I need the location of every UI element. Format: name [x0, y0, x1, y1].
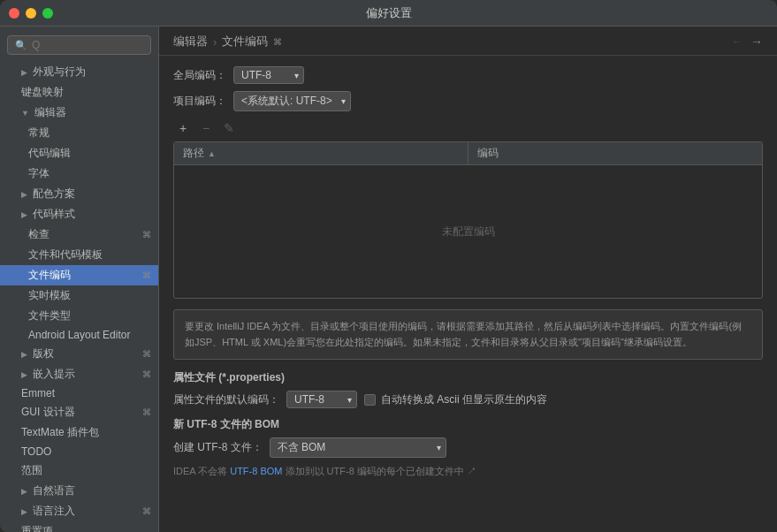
properties-encoding-value: UTF-8 — [294, 393, 324, 406]
sidebar-item-reset[interactable]: 重置项 — [0, 521, 158, 532]
column-path-label: 路径 — [183, 146, 204, 161]
sidebar-item-editor[interactable]: ▼ 编辑器 — [0, 103, 158, 123]
chevron-right-icon: ▶ — [21, 487, 27, 496]
chevron-right-icon: ▶ — [21, 370, 27, 379]
shortcut-badge: ⌘ — [142, 407, 151, 417]
shortcut-badge: ⌘ — [142, 369, 151, 379]
remove-button[interactable]: − — [196, 118, 216, 138]
sidebar-item-label: TODO — [21, 445, 51, 458]
bom-note: IDEA 不会将 UTF-8 BOM 添加到以 UTF-8 编码的每个已创建文件… — [173, 465, 763, 478]
properties-encoding-label: 属性文件的默认编码： — [173, 392, 279, 407]
sidebar-item-label: 实时模板 — [28, 288, 71, 303]
shortcut-badge: ⌘ — [142, 506, 151, 516]
add-button[interactable]: + — [173, 118, 193, 138]
sidebar-item-copyright[interactable]: ▶ 版权 ⌘ — [0, 344, 158, 364]
sidebar-item-general[interactable]: 常规 — [0, 123, 158, 143]
search-icon: 🔍 — [15, 40, 27, 51]
sidebar-item-label: TextMate 插件包 — [21, 425, 99, 440]
minimize-button[interactable] — [26, 8, 36, 19]
chevron-right-icon: ▶ — [21, 190, 27, 199]
sidebar-item-label: 常规 — [28, 125, 50, 141]
sidebar-item-file-type[interactable]: 文件类型 — [0, 306, 158, 326]
sidebar-item-label: 代码编辑 — [28, 146, 71, 161]
search-box[interactable]: 🔍 — [7, 35, 151, 55]
sidebar-item-android-layout[interactable]: Android Layout Editor — [0, 326, 158, 344]
sidebar-item-file-encoding[interactable]: 文件编码 ⌘ — [0, 265, 158, 285]
sidebar-item-label: 自然语言 — [33, 483, 75, 498]
sidebar-item-color-scheme[interactable]: ▶ 配色方案 — [0, 184, 158, 204]
sidebar-item-gui-designer[interactable]: GUI 设计器 ⌘ — [0, 402, 158, 422]
project-encoding-row: 项目编码： <系统默认: UTF-8> — [173, 91, 763, 111]
sidebar-item-code-editing[interactable]: 代码编辑 — [0, 143, 158, 163]
auto-convert-checkbox[interactable] — [364, 394, 376, 406]
breadcrumb: 编辑器 › 文件编码 ⌘ — [173, 34, 282, 49]
sidebar-item-lang-injection[interactable]: ▶ 语言注入 ⌘ — [0, 501, 158, 521]
search-input[interactable] — [32, 39, 143, 51]
project-encoding-dropdown[interactable]: <系统默认: UTF-8> — [233, 91, 351, 111]
sidebar-item-label: 重置项 — [21, 524, 53, 532]
content-body: 全局编码： UTF-8 项目编码： <系统默认: UTF-8> + − ✎ — [159, 56, 777, 532]
sidebar-item-textmate[interactable]: TextMate 插件包 — [0, 422, 158, 443]
content-header: 编辑器 › 文件编码 ⌘ ← → — [159, 27, 777, 56]
global-encoding-value: UTF-8 — [241, 69, 271, 81]
sidebar-item-scope[interactable]: 范围 — [0, 460, 158, 481]
sidebar-item-file-template[interactable]: 文件和代码模板 — [0, 245, 158, 265]
sidebar-item-inlay-hints[interactable]: ▶ 嵌入提示 ⌘ — [0, 364, 158, 384]
nav-arrows: ← → — [731, 34, 763, 49]
sort-icon: ▲ — [208, 149, 216, 158]
sidebar-item-todo[interactable]: TODO — [0, 443, 158, 460]
sidebar-item-label: 外观与行为 — [33, 65, 86, 80]
global-encoding-dropdown[interactable]: UTF-8 — [233, 66, 304, 84]
sidebar-item-code-style[interactable]: ▶ 代码样式 — [0, 204, 158, 224]
sidebar-item-inspections[interactable]: 检查 ⌘ — [0, 224, 158, 245]
sidebar-item-label: 编辑器 — [34, 105, 66, 120]
bom-create-value: 不含 BOM — [278, 440, 326, 455]
sidebar-item-label: 配色方案 — [33, 186, 75, 201]
sidebar-item-label: 嵌入提示 — [33, 367, 75, 382]
properties-encoding-row: 属性文件的默认编码： UTF-8 自动转换成 Ascii 但显示原生的内容 — [173, 391, 763, 408]
bom-section: 新 UTF-8 文件的 BOM 创建 UTF-8 文件： 不含 BOM IDEA… — [173, 417, 763, 478]
sidebar-item-appearance[interactable]: ▶ 外观与行为 — [0, 62, 158, 82]
sidebar-item-label: 文件和代码模板 — [28, 247, 103, 262]
auto-convert-label: 自动转换成 Ascii 但显示原生的内容 — [381, 392, 547, 407]
sidebar-item-live-template[interactable]: 实时模板 — [0, 285, 158, 306]
bom-note-prefix: IDEA 不会将 — [173, 466, 230, 476]
project-encoding-value: <系统默认: UTF-8> — [241, 94, 332, 109]
sidebar: 🔍 ▶ 外观与行为 键盘映射 ▼ 编辑器 常规 代码编辑 字体 ▶ 配色方案 ▶ — [0, 27, 159, 532]
sidebar-item-natural-language[interactable]: ▶ 自然语言 — [0, 481, 158, 501]
bom-title: 新 UTF-8 文件的 BOM — [173, 417, 763, 432]
forward-button[interactable]: → — [750, 34, 763, 49]
chevron-right-icon: ▶ — [21, 350, 27, 359]
shortcut-badge: ⌘ — [142, 230, 151, 239]
back-button[interactable]: ← — [731, 34, 743, 49]
sidebar-item-font[interactable]: 字体 — [0, 163, 158, 184]
table-body-empty: 未配置编码 — [174, 165, 762, 298]
sidebar-item-label: GUI 设计器 — [21, 405, 75, 420]
bom-create-label: 创建 UTF-8 文件： — [173, 440, 263, 455]
info-box: 要更改 IntelliJ IDEA 为文件、目录或整个项目使用的编码，请根据需要… — [173, 309, 763, 360]
empty-message: 未配置编码 — [442, 224, 495, 239]
breadcrumb-separator: › — [213, 35, 217, 49]
sidebar-item-label: Emmet — [21, 387, 55, 399]
maximize-button[interactable] — [42, 8, 53, 19]
bom-create-dropdown[interactable]: 不含 BOM — [270, 437, 446, 458]
chevron-right-icon: ▶ — [21, 210, 27, 219]
sidebar-item-keymap[interactable]: 键盘映射 — [0, 82, 158, 103]
window-title: 偏好设置 — [366, 5, 412, 21]
bom-link[interactable]: UTF-8 BOM — [230, 466, 282, 476]
titlebar: 偏好设置 — [0, 0, 777, 27]
sidebar-item-label: 版权 — [33, 346, 54, 361]
table-header: 路径 ▲ 编码 — [174, 142, 762, 165]
close-button[interactable] — [9, 8, 19, 19]
sidebar-item-label: 代码样式 — [33, 207, 75, 222]
sidebar-item-label: 键盘映射 — [21, 85, 64, 100]
properties-section: 属性文件 (*.properties) 属性文件的默认编码： UTF-8 自动转… — [173, 370, 763, 408]
column-path: 路径 ▲ — [174, 142, 468, 164]
properties-encoding-dropdown[interactable]: UTF-8 — [286, 391, 357, 408]
edit-button[interactable]: ✎ — [219, 118, 239, 138]
info-text: 要更改 IntelliJ IDEA 为文件、目录或整个项目使用的编码，请根据需要… — [185, 321, 742, 347]
sidebar-item-label: 范围 — [21, 463, 42, 478]
sidebar-item-emmet[interactable]: Emmet — [0, 384, 158, 402]
breadcrumb-parent: 编辑器 — [173, 34, 208, 49]
table-toolbar: + − ✎ — [173, 118, 763, 138]
